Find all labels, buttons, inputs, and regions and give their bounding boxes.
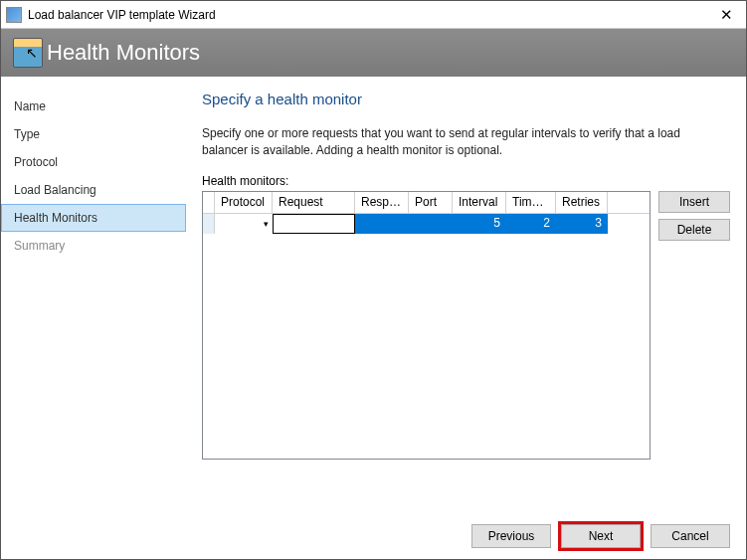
grid-label: Health monitors: (202, 174, 730, 188)
col-retries[interactable]: Retries (556, 192, 608, 213)
content-heading: Specify a health monitor (202, 91, 730, 107)
col-timeout[interactable]: Time-... (506, 192, 556, 213)
window-title: Load balancer VIP template Wizard (28, 8, 706, 22)
health-monitors-grid[interactable]: Protocol Request Respo... Port Interval … (202, 191, 651, 460)
next-button[interactable]: Next (561, 524, 641, 548)
row-handle[interactable] (203, 214, 215, 234)
page-title: Health Monitors (47, 40, 200, 66)
nav-item-protocol[interactable]: Protocol (1, 148, 186, 176)
col-response[interactable]: Respo... (355, 192, 409, 213)
insert-button[interactable]: Insert (658, 191, 730, 213)
request-input[interactable] (274, 215, 354, 233)
grid-data-row[interactable]: ▾ 5 2 3 (203, 214, 650, 234)
cell-protocol[interactable]: ▾ (215, 214, 273, 234)
cell-timeout[interactable]: 2 (506, 214, 556, 234)
cell-retries[interactable]: 3 (556, 214, 608, 234)
col-protocol[interactable]: Protocol (215, 192, 273, 213)
cell-response[interactable] (355, 214, 409, 234)
nav-item-load-balancing[interactable]: Load Balancing (1, 176, 186, 204)
col-port[interactable]: Port (409, 192, 453, 213)
nav-item-health-monitors[interactable]: Health Monitors (1, 204, 186, 232)
chevron-down-icon[interactable]: ▾ (264, 219, 269, 229)
wizard-footer: Previous Next Cancel (1, 513, 746, 559)
grid-side-buttons: Insert Delete (658, 191, 730, 241)
cell-port[interactable] (409, 214, 453, 234)
close-button[interactable]: ✕ (706, 1, 746, 28)
delete-button[interactable]: Delete (658, 219, 730, 241)
app-icon (6, 7, 22, 23)
page-icon: ↖ (13, 38, 43, 68)
grid-row: Protocol Request Respo... Port Interval … (202, 191, 730, 460)
content-description: Specify one or more requests that you wa… (202, 125, 719, 160)
row-handle-header (203, 192, 215, 213)
wizard-content: Specify a health monitor Specify one or … (186, 77, 746, 513)
wizard-window: Load balancer VIP template Wizard ✕ ↖ He… (0, 0, 747, 560)
cell-request[interactable] (273, 214, 355, 234)
wizard-nav: Name Type Protocol Load Balancing Health… (1, 77, 186, 513)
grid-header: Protocol Request Respo... Port Interval … (203, 192, 650, 214)
cancel-button[interactable]: Cancel (651, 524, 730, 548)
nav-item-type[interactable]: Type (1, 120, 186, 148)
wizard-header: ↖ Health Monitors (1, 29, 746, 77)
titlebar: Load balancer VIP template Wizard ✕ (1, 1, 746, 29)
cursor-icon: ↖ (26, 45, 38, 61)
wizard-body: Name Type Protocol Load Balancing Health… (1, 77, 746, 513)
nav-item-name[interactable]: Name (1, 93, 186, 120)
cell-interval[interactable]: 5 (453, 214, 506, 234)
col-interval[interactable]: Interval (453, 192, 506, 213)
nav-item-summary: Summary (1, 232, 186, 260)
previous-button[interactable]: Previous (471, 524, 551, 548)
col-request[interactable]: Request (273, 192, 355, 213)
